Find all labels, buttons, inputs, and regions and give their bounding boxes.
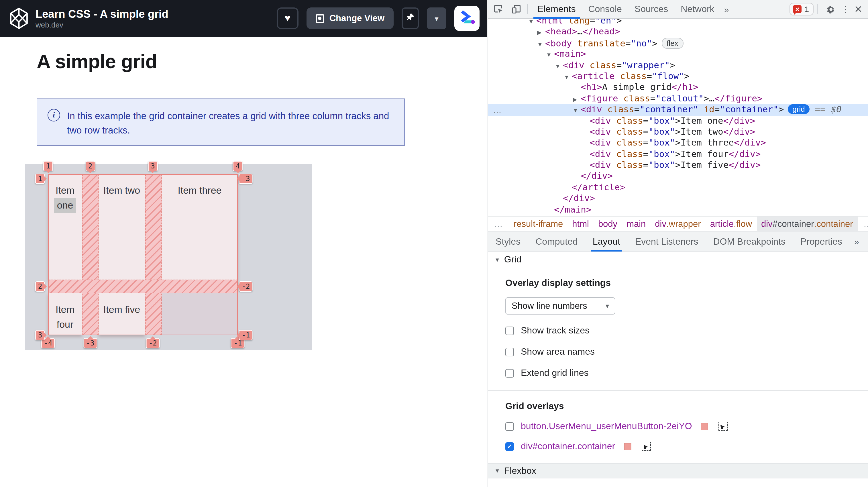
- dom-row[interactable]: <div class="box">Item three</div>: [488, 138, 868, 149]
- kebab-menu-icon[interactable]: ⋮: [840, 4, 851, 14]
- code-token: class: [611, 116, 643, 126]
- line-numbers-select[interactable]: Show line numbers ▾: [505, 297, 615, 314]
- expand-arrow-icon[interactable]: ▼: [546, 49, 554, 60]
- overlay-element-label[interactable]: div#container.container: [521, 441, 615, 452]
- dom-row[interactable]: ▼<main>: [488, 49, 868, 60]
- breadcrumb-item[interactable]: body: [594, 216, 622, 231]
- settings-gear-icon[interactable]: [823, 2, 838, 17]
- checkbox-label: Extend grid lines: [521, 368, 589, 378]
- overlay-element-label[interactable]: button.UserMenu_userMenuButton-2eiYO: [521, 421, 692, 431]
- flexbox-section-header[interactable]: ▼ Flexbox: [488, 463, 868, 479]
- code-token: =: [714, 104, 720, 115]
- dom-row[interactable]: ▼<body translate="no">flex: [488, 38, 868, 49]
- code-token: >: [670, 60, 675, 70]
- expand-arrow-icon[interactable]: ▶: [537, 27, 545, 38]
- setting-row: Extend grid lines: [505, 368, 868, 378]
- breadcrumb-item[interactable]: html: [567, 216, 594, 231]
- grid-item-box: Item five: [98, 293, 145, 335]
- tab-dom-breakpoints[interactable]: DOM Breakpoints: [706, 232, 793, 251]
- code-token: id: [699, 104, 714, 115]
- error-badge[interactable]: ✕ 1: [789, 3, 813, 16]
- toolbar-separator-2: [817, 4, 817, 14]
- tab-properties[interactable]: Properties: [793, 232, 850, 251]
- code-token: </div>: [728, 160, 761, 170]
- breadcrumb-item[interactable]: div.wrapper: [650, 216, 705, 231]
- checkbox[interactable]: [505, 347, 514, 356]
- grid-item-label: Item: [56, 183, 74, 198]
- tab-elements[interactable]: Elements: [531, 0, 582, 19]
- grid-line-number-badge: -3: [239, 174, 253, 184]
- tab-network[interactable]: Network: [674, 0, 720, 19]
- overlay-checkbox[interactable]: ✓: [505, 442, 514, 451]
- grid-overlay-rows: button.UserMenu_userMenuButton-2eiYO✓div…: [505, 421, 868, 452]
- code-token: =: [643, 127, 649, 137]
- pin-button[interactable]: [402, 7, 419, 29]
- dom-row[interactable]: <div class="box">Item two</div>: [488, 127, 868, 138]
- tab-sources[interactable]: Sources: [628, 0, 674, 19]
- checkbox[interactable]: [505, 326, 514, 335]
- dom-row[interactable]: </div>: [488, 171, 868, 182]
- code-token: <article: [572, 71, 615, 81]
- code-token: =: [590, 19, 595, 26]
- code-token: class: [618, 93, 650, 103]
- device-toolbar-icon[interactable]: [509, 2, 524, 17]
- breadcrumb-overflow-right[interactable]: …: [858, 219, 868, 229]
- dom-row[interactable]: </article>: [488, 182, 868, 193]
- expand-arrow-icon[interactable]: ▼: [555, 60, 563, 71]
- result-iframe-area: ItemoneItem twoItem threeItemfourItem fi…: [25, 164, 312, 350]
- dom-row-selected[interactable]: …▼<div class="container" id="container">…: [488, 104, 868, 116]
- dom-row[interactable]: </main>: [488, 204, 868, 215]
- expand-arrow-icon[interactable]: ▶: [572, 94, 581, 105]
- code-token: </h1>: [672, 82, 698, 93]
- change-view-button[interactable]: Change View: [307, 7, 394, 29]
- tab-styles[interactable]: Styles: [488, 232, 528, 251]
- select-value: Show line numbers: [512, 301, 587, 311]
- dom-row[interactable]: <h1>A simple grid</h1>: [488, 82, 868, 93]
- webdev-logo-icon[interactable]: [8, 6, 30, 30]
- breadcrumb-item[interactable]: result-iframe: [509, 216, 567, 231]
- overlay-color-swatch[interactable]: [624, 443, 631, 450]
- tab-layout[interactable]: Layout: [585, 232, 628, 251]
- dom-row[interactable]: ▶<figure class="callout">…</figure>: [488, 93, 868, 104]
- pin-dropdown-button[interactable]: ▾: [427, 7, 446, 29]
- playground-brand-button[interactable]: [454, 6, 479, 31]
- flex-badge[interactable]: flex: [661, 38, 683, 49]
- expand-arrow-icon[interactable]: ▼: [537, 39, 545, 50]
- dom-row[interactable]: ▼<article class="flow">: [488, 71, 868, 82]
- expand-arrow-icon[interactable]: ▼: [528, 19, 536, 27]
- dom-row[interactable]: <div class="box">Item four</div>: [488, 149, 868, 160]
- dom-row[interactable]: <div class="box">Item five</div>: [488, 160, 868, 171]
- tab-console[interactable]: Console: [582, 0, 628, 19]
- breadcrumb-item[interactable]: main: [622, 216, 650, 231]
- more-tabs-icon[interactable]: »: [721, 4, 733, 14]
- row-menu-icon[interactable]: …: [493, 104, 502, 116]
- dom-row[interactable]: ▼<html lang="en">: [488, 19, 868, 27]
- overlay-color-swatch[interactable]: [701, 423, 708, 430]
- tab-event-listeners[interactable]: Event Listeners: [628, 232, 706, 251]
- dom-row[interactable]: ▶<head>…</head>: [488, 27, 868, 38]
- dom-row[interactable]: </div>: [488, 193, 868, 205]
- breadcrumb-item[interactable]: article.flow: [706, 216, 756, 231]
- checkbox[interactable]: [505, 369, 514, 377]
- grid-badge[interactable]: grid: [788, 104, 809, 114]
- dom-row[interactable]: <div class="box">Item one</div>: [488, 116, 868, 127]
- select-element-icon[interactable]: [642, 442, 651, 451]
- close-devtools-icon[interactable]: ✕: [851, 3, 866, 15]
- expand-arrow-icon[interactable]: ▼: [572, 105, 581, 116]
- favorite-button[interactable]: ♥: [277, 7, 299, 29]
- grid-section-header[interactable]: ▼ Grid: [488, 252, 868, 267]
- breadcrumb-overflow-left[interactable]: …: [488, 219, 509, 229]
- view-icon: [316, 14, 324, 23]
- expand-arrow-icon[interactable]: ▼: [564, 71, 572, 83]
- grid-line-number-badge: 2: [85, 161, 95, 171]
- inspect-element-icon[interactable]: [491, 2, 506, 17]
- code-token: >: [684, 71, 689, 81]
- breadcrumb-item[interactable]: div#container.container: [756, 216, 858, 231]
- code-token: =: [634, 104, 640, 115]
- select-element-icon[interactable]: [718, 422, 727, 431]
- code-token: </div>: [563, 193, 595, 204]
- dom-row[interactable]: ▼<div class="wrapper">: [488, 60, 868, 71]
- more-pane-tabs-icon[interactable]: »: [850, 232, 864, 251]
- tab-computed[interactable]: Computed: [528, 232, 585, 251]
- overlay-checkbox[interactable]: [505, 422, 514, 431]
